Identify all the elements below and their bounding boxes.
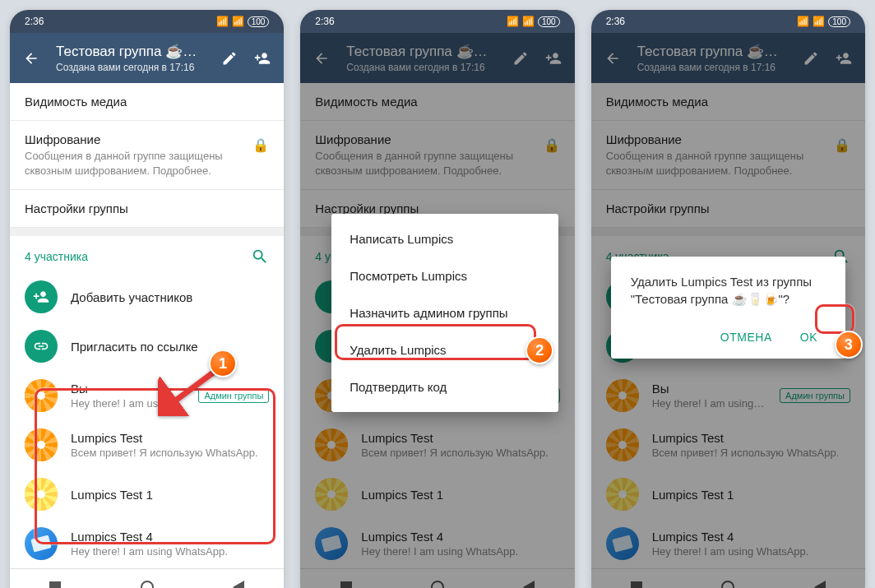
encryption-row[interactable]: Шифрование Сообщения в данной группе защ… <box>10 121 284 190</box>
add-participants[interactable]: Добавить участников <box>10 272 284 322</box>
link-icon <box>25 330 58 363</box>
statusbar: 2:36 📶 📶 100 <box>10 10 284 33</box>
nav-back-icon[interactable] <box>233 581 244 588</box>
group-settings-row[interactable]: Настройки группы <box>10 190 284 228</box>
dialog-message: Удалить Lumpics Test из группы "Тестовая… <box>631 273 826 308</box>
callout-3 <box>815 304 854 334</box>
nav-home-icon[interactable] <box>141 581 154 588</box>
phone-screen-2: 2:36 📶📶100 Тестовая группа ☕…Создана вам… <box>300 10 574 588</box>
phone-screen-3: 2:36 📶📶100 Тестовая группа ☕…Создана вам… <box>591 10 865 588</box>
battery-icon: 100 <box>248 16 270 27</box>
menu-write[interactable]: Написать Lumpics <box>331 220 558 257</box>
statusbar: 2:36 📶📶100 <box>300 10 574 33</box>
phone-screen-1: 2:36 📶 📶 100 Тестовая группа ☕… Создана … <box>10 10 284 588</box>
search-icon[interactable] <box>251 248 269 266</box>
callout-1 <box>35 388 275 544</box>
statusbar: 2:36 📶📶100 <box>591 10 865 33</box>
add-person-icon[interactable] <box>254 50 271 67</box>
context-menu: Написать Lumpics Посмотреть Lumpics Назн… <box>331 214 558 412</box>
menu-verify[interactable]: Подтвердить код <box>331 368 558 405</box>
menu-view[interactable]: Посмотреть Lumpics <box>331 257 558 294</box>
group-title: Тестовая группа ☕… <box>56 43 205 60</box>
group-subtitle: Создана вами сегодня в 17:16 <box>56 62 205 73</box>
participants-count: 4 участника <box>25 250 251 263</box>
signal-icon: 📶 <box>216 16 229 27</box>
cancel-button[interactable]: ОТМЕНА <box>712 324 780 350</box>
nav-recent-icon[interactable] <box>49 581 61 588</box>
plus-icon <box>25 280 58 313</box>
step-badge-1: 1 <box>209 350 237 377</box>
lock-icon: 🔒 <box>252 137 269 153</box>
media-visibility-row[interactable]: Видимость медиа <box>10 83 284 121</box>
app-header: Тестовая группа ☕…Создана вами сегодня в… <box>300 33 574 83</box>
svg-line-0 <box>168 371 215 406</box>
confirm-dialog: Удалить Lumpics Test из группы "Тестовая… <box>611 257 845 359</box>
participants-header: 4 участника <box>10 236 284 272</box>
back-icon[interactable] <box>23 50 39 67</box>
status-time: 2:36 <box>25 16 44 27</box>
step-badge-3: 3 <box>835 331 863 359</box>
app-header: Тестовая группа ☕… Создана вами сегодня … <box>10 33 284 83</box>
callout-2 <box>335 324 536 360</box>
edit-icon[interactable] <box>221 50 238 67</box>
status-icons: 📶 📶 100 <box>216 16 270 27</box>
invite-link[interactable]: Пригласить по ссылке <box>10 322 284 371</box>
navbar <box>10 568 284 588</box>
wifi-icon: 📶 <box>232 16 244 27</box>
